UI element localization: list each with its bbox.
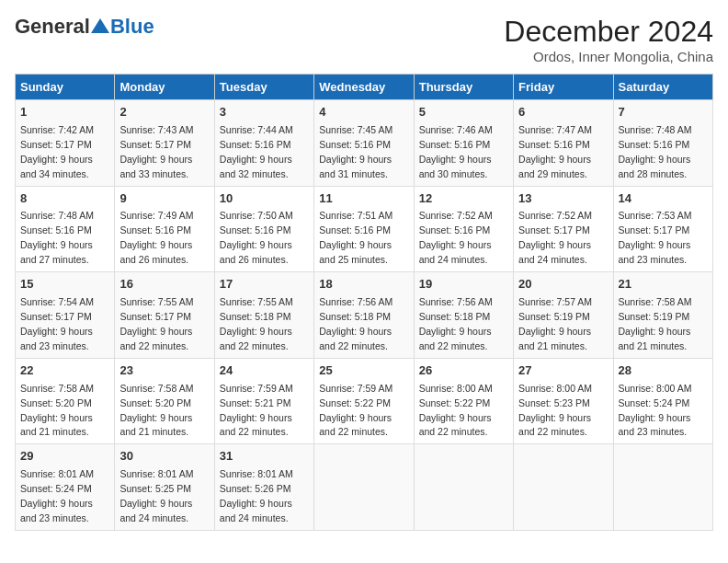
dow-header-sunday: Sunday bbox=[16, 75, 115, 100]
day-info: Sunrise: 7:48 AMSunset: 5:16 PMDaylight:… bbox=[20, 210, 94, 265]
day-number: 31 bbox=[220, 448, 309, 465]
calendar-cell: 7Sunrise: 7:48 AMSunset: 5:16 PMDaylight… bbox=[613, 100, 712, 187]
day-number: 7 bbox=[619, 104, 708, 121]
calendar-cell: 8Sunrise: 7:48 AMSunset: 5:16 PMDaylight… bbox=[16, 186, 115, 272]
day-info: Sunrise: 8:00 AMSunset: 5:23 PMDaylight:… bbox=[518, 383, 592, 438]
day-number: 11 bbox=[319, 190, 408, 208]
svg-marker-0 bbox=[91, 18, 109, 33]
month-title: December 2024 bbox=[504, 15, 713, 49]
calendar-cell: 28Sunrise: 8:00 AMSunset: 5:24 PMDayligh… bbox=[613, 358, 712, 444]
day-number: 18 bbox=[319, 276, 408, 293]
day-number: 14 bbox=[619, 190, 708, 208]
day-info: Sunrise: 7:47 AMSunset: 5:16 PMDaylight:… bbox=[518, 124, 592, 179]
day-info: Sunrise: 7:56 AMSunset: 5:18 PMDaylight:… bbox=[319, 296, 392, 351]
calendar-cell bbox=[613, 444, 712, 531]
calendar-cell: 5Sunrise: 7:46 AMSunset: 5:16 PMDaylight… bbox=[414, 100, 513, 187]
day-number: 9 bbox=[119, 190, 209, 208]
week-row-1: 1Sunrise: 7:42 AMSunset: 5:17 PMDaylight… bbox=[16, 100, 713, 187]
dow-header-tuesday: Tuesday bbox=[214, 75, 313, 100]
day-number: 27 bbox=[518, 362, 608, 380]
calendar-cell bbox=[414, 444, 513, 531]
calendar-cell: 10Sunrise: 7:50 AMSunset: 5:16 PMDayligh… bbox=[214, 186, 313, 272]
calendar-cell: 9Sunrise: 7:49 AMSunset: 5:16 PMDaylight… bbox=[115, 186, 214, 272]
calendar-cell: 25Sunrise: 7:59 AMSunset: 5:22 PMDayligh… bbox=[314, 358, 414, 444]
day-info: Sunrise: 8:01 AMSunset: 5:25 PMDaylight:… bbox=[119, 468, 193, 523]
week-row-3: 15Sunrise: 7:54 AMSunset: 5:17 PMDayligh… bbox=[16, 272, 713, 359]
calendar-cell: 14Sunrise: 7:53 AMSunset: 5:17 PMDayligh… bbox=[613, 186, 712, 272]
logo-blue-text: Blue bbox=[110, 15, 154, 39]
day-number: 28 bbox=[619, 362, 708, 380]
day-number: 20 bbox=[518, 276, 608, 293]
calendar-cell: 29Sunrise: 8:01 AMSunset: 5:24 PMDayligh… bbox=[16, 444, 115, 531]
day-number: 2 bbox=[119, 104, 209, 121]
day-info: Sunrise: 7:45 AMSunset: 5:16 PMDaylight:… bbox=[319, 124, 392, 179]
calendar-cell: 15Sunrise: 7:54 AMSunset: 5:17 PMDayligh… bbox=[16, 272, 115, 359]
day-info: Sunrise: 8:00 AMSunset: 5:24 PMDaylight:… bbox=[619, 383, 692, 438]
day-info: Sunrise: 7:44 AMSunset: 5:16 PMDaylight:… bbox=[220, 124, 293, 179]
calendar-cell: 6Sunrise: 7:47 AMSunset: 5:16 PMDaylight… bbox=[514, 100, 613, 187]
week-row-5: 29Sunrise: 8:01 AMSunset: 5:24 PMDayligh… bbox=[16, 444, 713, 531]
calendar-cell: 19Sunrise: 7:56 AMSunset: 5:18 PMDayligh… bbox=[414, 272, 513, 359]
calendar-cell: 17Sunrise: 7:55 AMSunset: 5:18 PMDayligh… bbox=[214, 272, 313, 359]
day-number: 26 bbox=[419, 362, 508, 380]
day-number: 29 bbox=[20, 448, 109, 465]
dow-header-friday: Friday bbox=[514, 75, 613, 100]
day-info: Sunrise: 7:58 AMSunset: 5:20 PMDaylight:… bbox=[119, 383, 193, 438]
day-number: 16 bbox=[119, 276, 209, 293]
days-of-week-row: SundayMondayTuesdayWednesdayThursdayFrid… bbox=[16, 75, 713, 100]
day-info: Sunrise: 7:58 AMSunset: 5:19 PMDaylight:… bbox=[619, 296, 692, 351]
calendar-table: SundayMondayTuesdayWednesdayThursdayFrid… bbox=[15, 74, 713, 531]
day-info: Sunrise: 7:57 AMSunset: 5:19 PMDaylight:… bbox=[518, 296, 592, 351]
day-info: Sunrise: 7:51 AMSunset: 5:16 PMDaylight:… bbox=[319, 210, 392, 265]
day-number: 17 bbox=[220, 276, 309, 293]
calendar-cell: 22Sunrise: 7:58 AMSunset: 5:20 PMDayligh… bbox=[16, 358, 115, 444]
day-info: Sunrise: 7:59 AMSunset: 5:22 PMDaylight:… bbox=[319, 383, 392, 438]
day-info: Sunrise: 8:01 AMSunset: 5:24 PMDaylight:… bbox=[20, 468, 94, 523]
calendar-cell: 26Sunrise: 8:00 AMSunset: 5:22 PMDayligh… bbox=[414, 358, 513, 444]
calendar-cell: 24Sunrise: 7:59 AMSunset: 5:21 PMDayligh… bbox=[214, 358, 313, 444]
title-area: December 2024 Ordos, Inner Mongolia, Chi… bbox=[504, 15, 713, 64]
dow-header-monday: Monday bbox=[115, 75, 214, 100]
day-number: 1 bbox=[20, 104, 109, 121]
day-info: Sunrise: 7:52 AMSunset: 5:17 PMDaylight:… bbox=[518, 210, 592, 265]
day-info: Sunrise: 7:55 AMSunset: 5:17 PMDaylight:… bbox=[119, 296, 193, 351]
calendar-cell: 31Sunrise: 8:01 AMSunset: 5:26 PMDayligh… bbox=[214, 444, 313, 531]
day-info: Sunrise: 7:52 AMSunset: 5:16 PMDaylight:… bbox=[419, 210, 493, 265]
day-info: Sunrise: 8:01 AMSunset: 5:26 PMDaylight:… bbox=[220, 468, 293, 523]
calendar-cell: 12Sunrise: 7:52 AMSunset: 5:16 PMDayligh… bbox=[414, 186, 513, 272]
calendar-body: 1Sunrise: 7:42 AMSunset: 5:17 PMDaylight… bbox=[16, 100, 713, 531]
day-number: 5 bbox=[419, 104, 508, 121]
day-number: 6 bbox=[518, 104, 608, 121]
day-info: Sunrise: 7:48 AMSunset: 5:16 PMDaylight:… bbox=[619, 124, 692, 179]
calendar-cell: 27Sunrise: 8:00 AMSunset: 5:23 PMDayligh… bbox=[514, 358, 613, 444]
day-number: 12 bbox=[419, 190, 508, 208]
header: General Blue December 2024 Ordos, Inner … bbox=[15, 15, 713, 64]
day-info: Sunrise: 7:49 AMSunset: 5:16 PMDaylight:… bbox=[119, 210, 193, 265]
day-number: 13 bbox=[518, 190, 608, 208]
day-info: Sunrise: 7:56 AMSunset: 5:18 PMDaylight:… bbox=[419, 296, 493, 351]
day-number: 23 bbox=[119, 362, 209, 380]
day-number: 24 bbox=[220, 362, 309, 380]
logo: General Blue bbox=[15, 15, 154, 39]
day-info: Sunrise: 7:58 AMSunset: 5:20 PMDaylight:… bbox=[20, 383, 94, 438]
calendar-cell: 18Sunrise: 7:56 AMSunset: 5:18 PMDayligh… bbox=[314, 272, 414, 359]
day-info: Sunrise: 7:54 AMSunset: 5:17 PMDaylight:… bbox=[20, 296, 94, 351]
logo-general-text: General bbox=[15, 15, 90, 39]
calendar-cell: 23Sunrise: 7:58 AMSunset: 5:20 PMDayligh… bbox=[115, 358, 214, 444]
logo-icon bbox=[91, 18, 109, 33]
day-info: Sunrise: 7:53 AMSunset: 5:17 PMDaylight:… bbox=[619, 210, 692, 265]
calendar-cell: 2Sunrise: 7:43 AMSunset: 5:17 PMDaylight… bbox=[115, 100, 214, 187]
calendar-cell: 16Sunrise: 7:55 AMSunset: 5:17 PMDayligh… bbox=[115, 272, 214, 359]
day-number: 3 bbox=[220, 104, 309, 121]
day-number: 4 bbox=[319, 104, 408, 121]
day-number: 30 bbox=[119, 448, 209, 465]
calendar-cell: 20Sunrise: 7:57 AMSunset: 5:19 PMDayligh… bbox=[514, 272, 613, 359]
day-info: Sunrise: 7:59 AMSunset: 5:21 PMDaylight:… bbox=[220, 383, 293, 438]
week-row-4: 22Sunrise: 7:58 AMSunset: 5:20 PMDayligh… bbox=[16, 358, 713, 444]
day-info: Sunrise: 7:55 AMSunset: 5:18 PMDaylight:… bbox=[220, 296, 293, 351]
day-info: Sunrise: 7:50 AMSunset: 5:16 PMDaylight:… bbox=[220, 210, 293, 265]
dow-header-saturday: Saturday bbox=[613, 75, 712, 100]
day-number: 19 bbox=[419, 276, 508, 293]
calendar-cell: 1Sunrise: 7:42 AMSunset: 5:17 PMDaylight… bbox=[16, 100, 115, 187]
day-info: Sunrise: 7:46 AMSunset: 5:16 PMDaylight:… bbox=[419, 124, 493, 179]
